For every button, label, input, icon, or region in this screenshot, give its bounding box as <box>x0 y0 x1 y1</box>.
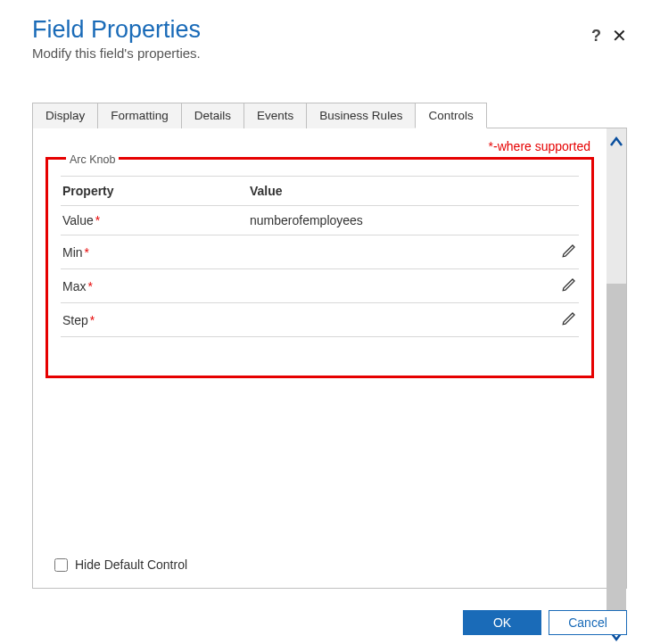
row-min: Min* <box>61 235 579 269</box>
tabs: Display Formatting Details Events Busine… <box>32 102 627 128</box>
tab-controls[interactable]: Controls <box>415 103 486 128</box>
scroll-thumb[interactable] <box>607 284 626 623</box>
grid-header: Property Value <box>61 176 579 206</box>
scrollbar[interactable] <box>607 128 626 588</box>
scroll-up-icon[interactable] <box>609 128 623 159</box>
pencil-icon[interactable] <box>561 310 577 326</box>
dialog-title: Field Properties <box>32 16 201 44</box>
required-asterisk: * <box>85 245 89 260</box>
field-properties-dialog: Field Properties Modify this field's pro… <box>0 0 652 644</box>
header-controls: ? ✕ <box>591 25 627 46</box>
hide-default-control-checkbox[interactable] <box>54 558 68 572</box>
row-step-label: Step* <box>62 313 250 327</box>
row-min-label: Min* <box>62 245 250 260</box>
tab-content-wrap: *-where supported Arc Knob Property Valu… <box>32 128 627 589</box>
close-icon[interactable]: ✕ <box>612 25 627 46</box>
required-asterisk: * <box>95 213 100 227</box>
tab-formatting[interactable]: Formatting <box>97 103 182 128</box>
dialog-subtitle: Modify this field's properties. <box>32 45 201 61</box>
tabstrip: Display Formatting Details Events Busine… <box>32 102 627 589</box>
dialog-footer: OK Cancel <box>463 610 627 635</box>
tab-display[interactable]: Display <box>32 103 98 128</box>
tab-content-controls: *-where supported Arc Knob Property Valu… <box>33 128 607 588</box>
dialog-header: Field Properties Modify this field's pro… <box>32 16 627 61</box>
help-icon[interactable]: ? <box>591 27 601 45</box>
required-asterisk: * <box>90 313 95 327</box>
arc-knob-panel: Arc Knob Property Value Value* numberofe… <box>45 157 594 378</box>
panel-legend: Arc Knob <box>66 153 119 166</box>
hide-default-control[interactable]: Hide Default Control <box>54 557 187 572</box>
row-max-label: Max* <box>62 279 250 293</box>
row-max: Max* <box>61 269 579 303</box>
header-text: Field Properties Modify this field's pro… <box>32 16 201 61</box>
row-value: Value* numberofemployees <box>61 206 579 235</box>
hide-default-control-label: Hide Default Control <box>75 557 187 572</box>
where-supported-note: *-where supported <box>45 139 590 153</box>
col-header-property: Property <box>62 184 250 198</box>
pencil-icon[interactable] <box>561 243 577 259</box>
row-step: Step* <box>61 303 579 337</box>
tab-details[interactable]: Details <box>181 103 244 128</box>
pencil-icon[interactable] <box>561 277 577 293</box>
required-asterisk: * <box>87 279 92 293</box>
tab-business-rules[interactable]: Business Rules <box>306 103 416 128</box>
cancel-button[interactable]: Cancel <box>549 610 627 635</box>
col-header-value: Value <box>250 184 541 198</box>
scroll-track[interactable] <box>607 159 626 623</box>
row-value-label: Value* <box>62 213 250 227</box>
row-value-value: numberofemployees <box>250 213 541 227</box>
ok-button[interactable]: OK <box>463 610 541 635</box>
tab-events[interactable]: Events <box>243 103 307 128</box>
properties-grid: Property Value Value* numberofemployees … <box>61 176 579 337</box>
